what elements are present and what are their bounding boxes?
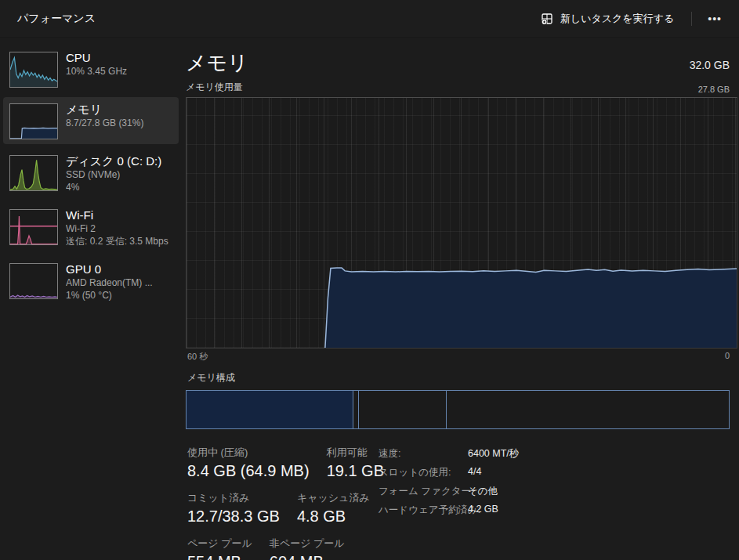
- sidebar-item-label: GPU 0: [66, 262, 153, 276]
- run-new-task-button[interactable]: 新しいタスクを実行する: [533, 7, 682, 31]
- wifi-sparkline-chart: [9, 209, 58, 245]
- sidebar-item-label: Wi-Fi: [66, 208, 168, 222]
- memory-usage-chart: [186, 97, 737, 349]
- paged-pool-label: ページ プール: [187, 537, 252, 550]
- sidebar-item-disk0[interactable]: ディスク 0 (C: D:) SSD (NVMe) 4%: [3, 149, 179, 198]
- memory-composition-label: メモリ構成: [187, 371, 737, 385]
- chart-max-value: 27.8 GB: [698, 85, 730, 94]
- sidebar-item-wifi[interactable]: Wi-Fi Wi-Fi 2 送信: 0.2 受信: 3.5 Mbps: [3, 203, 179, 252]
- slots-used-value: 4/4: [468, 466, 481, 479]
- cached-value: 4.8 GB: [297, 506, 370, 526]
- page-title: パフォーマンス: [17, 12, 96, 26]
- run-new-task-label: 新しいタスクを実行する: [560, 12, 674, 26]
- sidebar-item-detail: 8.7/27.8 GB (31%): [66, 117, 143, 129]
- header-actions: 新しいタスクを実行する •••: [533, 7, 728, 31]
- disk-sparkline-chart: [9, 155, 58, 191]
- memory-stats-left: 使用中 (圧縮) 8.4 GB (64.9 MB) 利用可能 19.1 GB コ…: [187, 446, 379, 560]
- gpu-sparkline-chart: [9, 263, 58, 299]
- sidebar-item-cpu[interactable]: CPU 10% 3.45 GHz: [3, 45, 179, 92]
- memory-detail-panel: メモリ 32.0 GB メモリ使用量 27.8 GB 60 秒 0 メモリ構成: [180, 38, 739, 560]
- hw-reserved-label: ハードウェア予約済み:: [379, 504, 468, 517]
- task-manager-window: パフォーマンス 新しいタスクを実行する •••: [0, 0, 739, 560]
- available-label: 利用可能: [327, 446, 384, 459]
- memory-sparkline-chart: [9, 103, 58, 139]
- sidebar-item-detail: 1% (50 °C): [66, 289, 153, 302]
- in-use-value: 8.4 GB (64.9 MB): [187, 461, 310, 481]
- total-memory-value: 32.0 GB: [690, 59, 730, 71]
- new-task-icon: [541, 13, 553, 25]
- slots-used-label: スロットの使用:: [379, 466, 468, 479]
- sidebar-item-label: メモリ: [66, 102, 143, 117]
- header-divider: [691, 12, 692, 26]
- sidebar-item-memory[interactable]: メモリ 8.7/27.8 GB (31%): [3, 97, 179, 144]
- memory-usage-chart-label: メモリ使用量: [186, 81, 243, 94]
- paged-pool-value: 554 MB: [187, 551, 252, 560]
- in-use-label: 使用中 (圧縮): [187, 446, 310, 459]
- sidebar-item-detail: 送信: 0.2 受信: 3.5 Mbps: [66, 235, 168, 247]
- panel-title: メモリ: [186, 50, 248, 75]
- sidebar-item-label: CPU: [66, 50, 127, 65]
- composition-segment-4: [446, 391, 729, 428]
- speed-label: 速度:: [379, 447, 468, 461]
- form-factor-label: フォーム ファクター:: [379, 485, 468, 498]
- sidebar-item-label: ディスク 0 (C: D:): [66, 154, 161, 168]
- cpu-sparkline-chart: [9, 52, 58, 88]
- sidebar-item-detail: 10% 3.45 GHz: [66, 65, 127, 78]
- non-paged-pool-value: 604 MB: [270, 551, 345, 560]
- x-axis-left-label: 60 秒: [187, 351, 208, 363]
- cached-label: キャッシュ済み: [297, 492, 370, 504]
- non-paged-pool-label: 非ページ プール: [270, 537, 345, 550]
- memory-composition-bar: [186, 390, 730, 429]
- page-header: パフォーマンス 新しいタスクを実行する •••: [0, 0, 739, 38]
- sidebar-item-detail: AMD Radeon(TM) ...: [66, 276, 153, 289]
- more-options-button[interactable]: •••: [701, 9, 728, 28]
- performance-sidebar: CPU 10% 3.45 GHz メモリ 8.7/27.8 GB (31%) デ…: [0, 38, 180, 560]
- available-value: 19.1 GB: [327, 461, 384, 481]
- sidebar-item-gpu0[interactable]: GPU 0 AMD Radeon(TM) ... 1% (50 °C): [3, 257, 179, 306]
- x-axis-right-label: 0: [725, 351, 730, 363]
- sidebar-item-detail: 4%: [66, 181, 161, 193]
- form-factor-value: その他: [468, 485, 498, 498]
- sidebar-item-detail: SSD (NVMe): [66, 168, 161, 181]
- composition-segment-1: [187, 391, 353, 428]
- hw-reserved-value: 4.2 GB: [468, 504, 498, 517]
- sidebar-item-detail: Wi-Fi 2: [66, 222, 168, 235]
- speed-value: 6400 MT/秒: [468, 447, 519, 461]
- committed-value: 12.7/38.3 GB: [187, 506, 280, 526]
- memory-usage-series: [187, 98, 737, 348]
- committed-label: コミット済み: [187, 492, 280, 504]
- memory-stats-right: 速度: 6400 MT/秒 スロットの使用: 4/4 フォーム ファクター: そ…: [379, 446, 519, 560]
- composition-segment-3: [358, 391, 446, 428]
